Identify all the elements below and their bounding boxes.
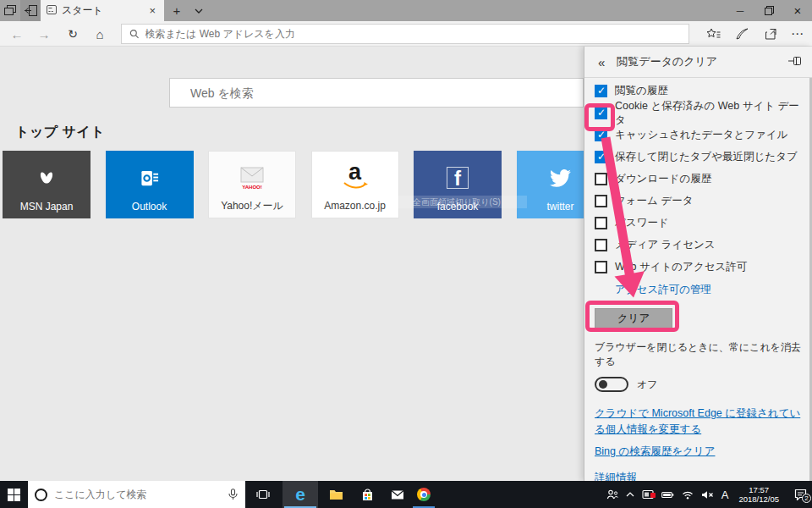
amazon-a-letter: a — [342, 163, 369, 180]
checkbox-cookies[interactable]: Cookie と保存済みの Web サイト データ — [595, 107, 802, 119]
refresh-icon[interactable]: ↻ — [61, 21, 85, 47]
task-view-button[interactable] — [250, 481, 276, 508]
action-center-button[interactable]: 2 — [794, 489, 807, 500]
tab-list-chevron-icon[interactable] — [188, 0, 210, 21]
clock-date: 2018/12/05 — [738, 494, 779, 504]
panel-back-chevron-icon[interactable]: « — [593, 55, 610, 69]
checkbox[interactable] — [595, 239, 607, 251]
checkbox[interactable] — [595, 217, 607, 229]
taskbar-search-input[interactable] — [54, 489, 228, 500]
tile-yahoo-mail[interactable]: YAHOO! Yahoo!メール — [208, 151, 296, 218]
window-close-button[interactable]: × — [783, 0, 812, 21]
share-icon[interactable] — [758, 21, 783, 47]
clear-button[interactable]: クリア — [595, 308, 672, 329]
window-restore-button[interactable] — [754, 0, 783, 21]
windows-taskbar: e — [0, 481, 812, 508]
web-note-pen-icon[interactable] — [729, 21, 754, 47]
checkbox[interactable] — [595, 195, 607, 207]
checkbox-label: Web サイトのアクセス許可 — [615, 260, 747, 274]
browser-toolbar: ← → ↻ ⌂ ⋯ — [0, 21, 812, 47]
tile-amazon[interactable]: a Amazon.co.jp — [311, 151, 399, 218]
checkbox[interactable] — [595, 85, 607, 97]
battery-icon[interactable] — [661, 490, 674, 500]
snip-menu-remnant: 全画面領域切り取り(S) — [387, 196, 527, 208]
store-bag-icon — [361, 489, 374, 501]
bing-history-link[interactable]: Bing の検索履歴をクリア — [595, 444, 802, 460]
checkbox-label: パスワード — [615, 216, 669, 230]
address-bar[interactable] — [121, 24, 689, 44]
outlook-icon — [140, 151, 160, 198]
ime-mode-indicator[interactable]: A — [721, 489, 729, 501]
favorites-hub-icon[interactable] — [700, 21, 726, 47]
checkbox-saved-tabs[interactable]: 保存して閉じたタブや最近閉じたタブ — [595, 151, 802, 163]
checkbox[interactable] — [595, 173, 607, 185]
checkbox-site-permissions[interactable]: Web サイトのアクセス許可 — [595, 261, 802, 273]
tile-facebook[interactable]: f facebook — [414, 151, 502, 218]
settings-more-icon[interactable]: ⋯ — [785, 21, 810, 47]
checkbox-label: メディア ライセンス — [615, 238, 716, 252]
volume-muted-icon[interactable] — [701, 490, 714, 500]
checkbox-browsing-history[interactable]: 閲覧の履歴 — [595, 85, 802, 97]
folder-icon — [329, 489, 343, 500]
taskbar-search-box[interactable] — [28, 481, 245, 508]
tab-bar: スタート × + ─ × — [0, 0, 812, 21]
checkbox-media-licenses[interactable]: メディア ライセンス — [595, 239, 802, 251]
taskbar-chrome-button[interactable] — [412, 481, 436, 508]
show-hidden-icons-chevron[interactable] — [626, 492, 634, 497]
checkbox-label: キャッシュされたデータとファイル — [615, 128, 787, 142]
set-tabs-aside-icon[interactable] — [20, 0, 41, 21]
web-search-input[interactable] — [170, 86, 583, 100]
tab-preview-icon[interactable] — [0, 0, 20, 21]
checkbox-passwords[interactable]: パスワード — [595, 217, 802, 229]
yahoo-wordmark: YAHOO! — [240, 185, 264, 190]
windows-logo-icon — [8, 489, 20, 501]
checkbox-label: 閲覧の履歴 — [615, 84, 668, 98]
web-search-box[interactable] — [169, 78, 584, 108]
tile-outlook[interactable]: Outlook — [106, 151, 194, 218]
people-icon[interactable] — [606, 489, 618, 500]
checkbox-form-data[interactable]: フォーム データ — [595, 195, 802, 207]
start-button[interactable] — [0, 481, 28, 508]
checkbox[interactable] — [595, 129, 607, 141]
address-input[interactable] — [145, 28, 689, 40]
mail-envelope-icon — [391, 489, 404, 500]
tab-close-icon[interactable]: × — [146, 4, 158, 17]
new-tab-button[interactable]: + — [166, 0, 188, 21]
panel-header: « 閲覧データのクリア — [584, 47, 812, 78]
checkbox[interactable] — [595, 107, 607, 119]
tile-label: Amazon.co.jp — [324, 197, 386, 218]
display-notification-icon[interactable] — [642, 489, 654, 500]
back-icon[interactable]: ← — [5, 21, 29, 47]
taskbar-store-button[interactable] — [354, 481, 381, 508]
tab-start[interactable]: スタート × — [41, 0, 164, 21]
manage-permissions-link[interactable]: アクセス許可の管理 — [615, 283, 802, 297]
clear-browsing-data-panel: « 閲覧データのクリア 閲覧の履歴 Cookie と保存済みの Web サイト … — [584, 47, 812, 481]
tab-title: スタート — [62, 3, 146, 18]
checkbox[interactable] — [595, 261, 607, 273]
checkbox-label: 保存して閉じたタブや最近閉じたタブ — [615, 150, 798, 164]
tile-msn-japan[interactable]: MSN Japan — [3, 151, 91, 218]
checkbox[interactable] — [595, 151, 607, 163]
microphone-icon[interactable] — [228, 489, 239, 500]
checkbox-download-history[interactable]: ダウンロードの履歴 — [595, 173, 802, 185]
checkbox-cached-data[interactable]: キャッシュされたデータとファイル — [595, 129, 802, 141]
search-icon — [129, 29, 140, 39]
checkbox-label: Cookie と保存済みの Web サイト データ — [615, 99, 802, 128]
window-minimize-button[interactable]: ─ — [726, 0, 754, 21]
twitter-bird-icon — [550, 151, 571, 198]
tile-label: twitter — [546, 198, 573, 218]
forward-icon[interactable]: → — [32, 21, 56, 47]
cloud-personal-info-link[interactable]: クラウドで Microsoft Edge に登録されている個人情報を変更する — [595, 406, 802, 438]
home-icon[interactable]: ⌂ — [88, 21, 112, 47]
taskbar-clock[interactable]: 17:57 2018/12/05 — [738, 485, 779, 504]
notification-count-badge: 2 — [802, 494, 811, 503]
taskbar-edge-button[interactable]: e — [283, 481, 318, 508]
wifi-icon[interactable] — [682, 490, 694, 500]
always-clear-toggle[interactable] — [595, 377, 628, 392]
yahoo-mail-envelope-icon: YAHOO! — [240, 152, 264, 197]
checkbox-label: フォーム データ — [615, 194, 693, 208]
toggle-state-label: オフ — [637, 378, 658, 392]
pin-panel-icon[interactable] — [787, 52, 804, 71]
taskbar-mail-button[interactable] — [383, 481, 412, 508]
taskbar-file-explorer-button[interactable] — [321, 481, 350, 508]
